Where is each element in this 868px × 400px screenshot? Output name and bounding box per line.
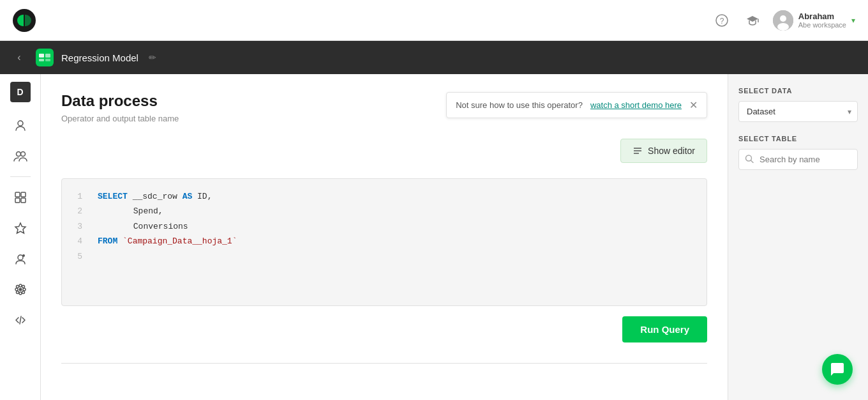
svg-point-18: [18, 255, 23, 260]
dataset-select[interactable]: Dataset: [738, 101, 858, 122]
run-query-button[interactable]: Run Query: [622, 316, 707, 342]
graduation-button[interactable]: [742, 10, 763, 31]
right-panel: SELECT DATA Dataset ▾ SELECT TABLE: [728, 74, 868, 400]
svg-rect-8: [39, 59, 44, 61]
svg-point-27: [16, 291, 19, 294]
table-search-input[interactable]: [738, 149, 858, 170]
svg-text:?: ?: [719, 17, 724, 26]
code-line-1: 1 SELECT __sdc_row AS ID,: [72, 189, 696, 204]
svg-point-23: [15, 288, 18, 291]
nav-right: ? Abraham Abe workspace ▾: [712, 10, 855, 31]
svg-point-26: [22, 286, 24, 288]
svg-point-25: [16, 286, 19, 288]
back-button[interactable]: ‹: [10, 49, 28, 66]
table-search-wrapper: [738, 149, 858, 170]
code-line-5: 5: [72, 249, 696, 264]
select-data-label: SELECT DATA: [738, 87, 858, 95]
svg-point-5: [777, 23, 789, 31]
show-editor-icon: [632, 146, 643, 156]
chevron-down-icon: ▾: [851, 16, 855, 25]
svg-line-29: [20, 316, 21, 324]
sidebar-grid-button[interactable]: [8, 185, 33, 210]
sidebar-profile-button[interactable]: [8, 246, 33, 272]
model-title: Regression Model: [61, 52, 138, 63]
content-area: Data process Operator and output table n…: [41, 74, 728, 400]
svg-point-20: [19, 288, 22, 291]
app-logo[interactable]: [13, 9, 36, 32]
sidebar-flower-button[interactable]: [8, 277, 33, 302]
show-editor-button[interactable]: Show editor: [620, 139, 707, 163]
top-navigation: ? Abraham Abe workspace ▾: [0, 0, 868, 41]
sidebar-group-button[interactable]: [8, 143, 33, 169]
left-sidebar: D: [0, 74, 41, 400]
svg-rect-6: [39, 54, 44, 58]
svg-rect-7: [45, 54, 50, 58]
user-profile[interactable]: Abraham Abe workspace ▾: [773, 10, 855, 31]
svg-rect-9: [45, 59, 50, 61]
svg-marker-17: [15, 223, 26, 233]
user-name: Abraham: [798, 12, 846, 21]
editor-top-bar: Show editor: [61, 139, 707, 173]
code-line-2: 2 Spend,: [72, 204, 696, 219]
avatar: [773, 10, 793, 31]
select-table-label: SELECT TABLE: [738, 135, 858, 142]
notification-bar: Not sure how to use this operator? watch…: [446, 92, 707, 118]
svg-point-22: [19, 292, 22, 295]
svg-rect-16: [21, 198, 26, 203]
close-notification-button[interactable]: ✕: [689, 99, 698, 111]
svg-point-11: [16, 152, 20, 157]
user-workspace: Abe workspace: [798, 21, 846, 29]
model-icon: [36, 49, 54, 66]
svg-point-10: [18, 121, 23, 126]
secondary-header: ‹ Regression Model ✏: [0, 41, 868, 74]
sidebar-letter: D: [10, 82, 31, 102]
notification-text: Not sure how to use this operator?: [456, 100, 583, 110]
svg-point-21: [19, 284, 22, 287]
svg-point-28: [22, 291, 24, 294]
dataset-select-wrapper: Dataset ▾: [738, 101, 858, 122]
svg-rect-14: [21, 192, 26, 197]
svg-rect-15: [15, 198, 20, 203]
svg-point-12: [20, 152, 25, 157]
bottom-divider: [61, 363, 707, 364]
svg-point-19: [22, 254, 25, 257]
sidebar-divider: [10, 176, 31, 177]
sidebar-code-button[interactable]: [8, 307, 33, 333]
chat-bubble[interactable]: [822, 354, 853, 385]
help-button[interactable]: ?: [712, 10, 732, 31]
code-line-3: 3 Conversions: [72, 219, 696, 234]
sidebar-person-button[interactable]: [8, 112, 33, 138]
svg-point-4: [780, 15, 786, 22]
main-layout: D: [0, 74, 868, 400]
nav-left: [13, 9, 36, 32]
user-details: Abraham Abe workspace: [798, 12, 846, 29]
sidebar-star-button[interactable]: [8, 215, 33, 241]
notification-link[interactable]: watch a short demo here: [590, 100, 682, 110]
svg-rect-13: [15, 192, 20, 197]
edit-icon[interactable]: ✏: [149, 52, 156, 63]
code-editor[interactable]: 1 SELECT __sdc_row AS ID, 2 Spend, 3: [61, 178, 707, 306]
svg-point-24: [23, 288, 26, 291]
code-line-4: 4 FROM `Campaign_Data__hoja_1`: [72, 234, 696, 249]
